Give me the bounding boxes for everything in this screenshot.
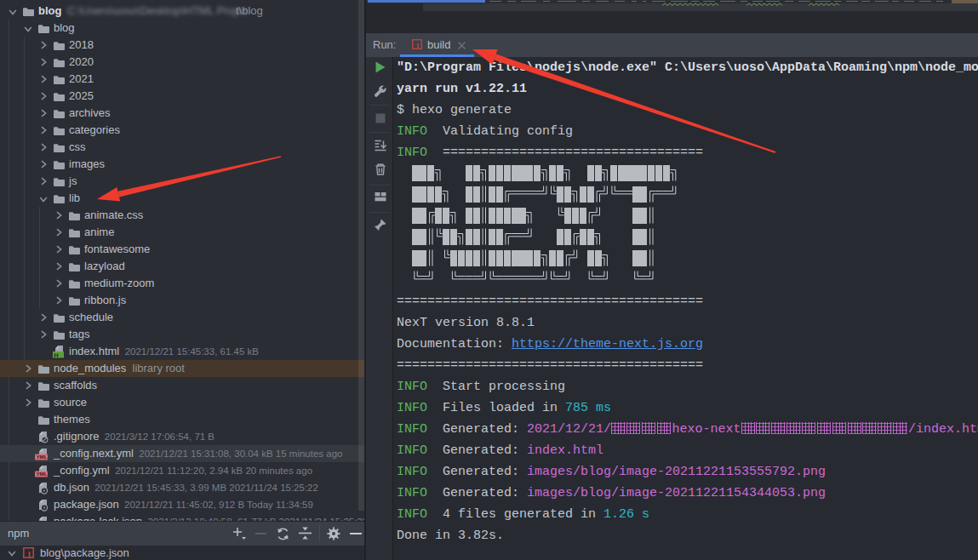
svg-text:YML: YML	[36, 471, 47, 477]
svg-text:YML: YML	[36, 454, 47, 460]
svg-text:H: H	[54, 351, 58, 357]
